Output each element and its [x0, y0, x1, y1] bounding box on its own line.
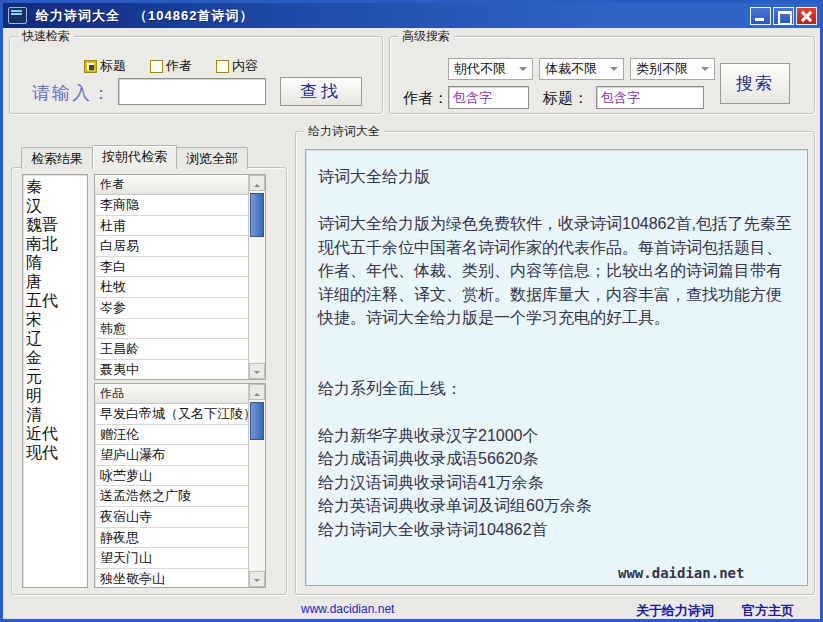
- titlebar[interactable]: 给力诗词大全 （104862首诗词）: [3, 3, 820, 28]
- author-item[interactable]: 白居易: [95, 236, 248, 257]
- filter-dropdown[interactable]: 朝代不限: [448, 58, 533, 80]
- quick-search-prompt: 请输入：: [32, 81, 112, 105]
- content-panel: 给力诗词大全 诗词大全给力版 诗词大全给力版为绿色免费软件，收录诗词104862…: [295, 131, 815, 595]
- title-field-label: 标题：: [543, 89, 588, 108]
- chevron-down-icon: [519, 67, 527, 75]
- author-item[interactable]: 韩愈: [95, 319, 248, 340]
- browse-tab[interactable]: 浏览全部: [176, 147, 248, 169]
- dynasty-item[interactable]: 明: [26, 386, 87, 405]
- dynasty-item[interactable]: 元: [26, 367, 87, 386]
- author-item[interactable]: 聂夷中: [95, 360, 248, 379]
- checkbox-icon: [150, 60, 163, 73]
- maximize-button[interactable]: [773, 7, 794, 25]
- quick-search-input[interactable]: [118, 78, 266, 105]
- filter-dropdown[interactable]: 体裁不限: [539, 58, 624, 80]
- author-item[interactable]: 杜甫: [95, 216, 248, 237]
- content-panel-title: 给力诗词大全: [304, 124, 384, 138]
- advanced-search-title: 高级搜索: [398, 29, 454, 43]
- browse-tab[interactable]: 按朝代检索: [92, 145, 177, 169]
- search-scope-option[interactable]: 作者: [150, 57, 192, 75]
- window-title: 给力诗词大全 （104862首诗词）: [36, 7, 253, 25]
- chevron-down-icon: [610, 67, 618, 75]
- scroll-thumb[interactable]: [250, 402, 264, 440]
- browse-tab[interactable]: 检索结果: [21, 147, 93, 169]
- title-field[interactable]: [596, 86, 704, 109]
- minimize-button[interactable]: [750, 7, 771, 25]
- dynasty-item[interactable]: 秦: [26, 177, 87, 196]
- search-scope-option[interactable]: 标题: [84, 57, 126, 75]
- chevron-down-icon: [701, 67, 709, 75]
- filter-dropdowns: 朝代不限 体裁不限 类别不限: [448, 58, 715, 80]
- search-scope-option[interactable]: 内容: [216, 57, 258, 75]
- footer-home-link[interactable]: 官方主页: [742, 602, 794, 620]
- author-item[interactable]: 李白: [95, 257, 248, 278]
- works-list: 作品 早发白帝城（又名下江陵）赠汪伦望庐山瀑布咏苎萝山送孟浩然之广陵夜宿山寺静夜…: [94, 383, 266, 588]
- authors-header: 作者: [95, 175, 248, 195]
- filter-dropdown[interactable]: 类别不限: [630, 58, 715, 80]
- works-header: 作品: [95, 384, 248, 404]
- app-window: 给力诗词大全 （104862首诗词） 快速检索 标题 作者 内容 请输入： 查找…: [0, 0, 823, 622]
- dynasty-item[interactable]: 汉: [26, 196, 87, 215]
- dynasty-item[interactable]: 宋: [26, 310, 87, 329]
- footer-about-link[interactable]: 关于给力诗词: [636, 602, 714, 620]
- app-book-icon: [8, 7, 27, 24]
- search-scope-options: 标题 作者 内容: [84, 57, 258, 75]
- author-item[interactable]: 李商隐: [95, 195, 248, 216]
- author-item[interactable]: 杜牧: [95, 277, 248, 298]
- description-textarea[interactable]: 诗词大全给力版 诗词大全给力版为绿色免费软件，收录诗词104862首,包括了先秦…: [305, 149, 808, 586]
- quick-search-title: 快速检索: [18, 29, 74, 43]
- checkbox-icon: [216, 60, 229, 73]
- advanced-search-groupbox: 高级搜索 朝代不限 体裁不限 类别不限 作者： 标题： 搜索: [389, 36, 815, 114]
- scroll-up-icon[interactable]: [249, 384, 265, 400]
- work-item[interactable]: 望庐山瀑布: [95, 445, 248, 466]
- work-item[interactable]: 夜宿山寺: [95, 507, 248, 528]
- find-button[interactable]: 查找: [280, 77, 362, 106]
- author-item[interactable]: 王昌龄: [95, 339, 248, 360]
- work-item[interactable]: 送孟浩然之广陵: [95, 486, 248, 507]
- work-item[interactable]: 咏苎萝山: [95, 466, 248, 487]
- author-field[interactable]: [448, 86, 529, 109]
- close-button[interactable]: [796, 7, 817, 25]
- browse-tabs: 检索结果按朝代检索浏览全部: [21, 146, 247, 170]
- dynasty-item[interactable]: 近代: [26, 424, 87, 443]
- works-scrollbar[interactable]: [248, 384, 265, 587]
- work-item[interactable]: 静夜思: [95, 528, 248, 549]
- dynasty-item[interactable]: 魏晋: [26, 215, 87, 234]
- browse-panel: 秦汉魏晋南北隋唐五代宋辽金元明清近代现代 作者 李商隐杜甫白居易李白杜牧岑参韩愈…: [11, 167, 287, 595]
- dynasty-item[interactable]: 唐: [26, 272, 87, 291]
- scroll-thumb[interactable]: [250, 193, 264, 237]
- dynasty-item[interactable]: 现代: [26, 443, 87, 462]
- scroll-up-icon[interactable]: [249, 175, 265, 191]
- author-field-label: 作者：: [403, 89, 448, 108]
- authors-scrollbar[interactable]: [248, 175, 265, 379]
- work-item[interactable]: 赠汪伦: [95, 425, 248, 446]
- search-button[interactable]: 搜索: [720, 63, 790, 104]
- dynasty-item[interactable]: 辽: [26, 329, 87, 348]
- dynasty-item[interactable]: 金: [26, 348, 87, 367]
- description-text: 诗词大全给力版 诗词大全给力版为绿色免费软件，收录诗词104862首,包括了先秦…: [318, 165, 795, 541]
- checkbox-icon: [84, 60, 97, 73]
- content-website: www.daidian.net: [618, 565, 795, 581]
- scroll-down-icon[interactable]: [249, 571, 265, 587]
- quick-search-groupbox: 快速检索 标题 作者 内容 请输入： 查找: [9, 36, 383, 114]
- authors-list: 作者 李商隐杜甫白居易李白杜牧岑参韩愈王昌龄聂夷中: [94, 174, 266, 380]
- work-item[interactable]: 独坐敬亭山: [95, 569, 248, 587]
- dynasty-listbox[interactable]: 秦汉魏晋南北隋唐五代宋辽金元明清近代现代: [22, 174, 88, 588]
- dynasty-item[interactable]: 清: [26, 405, 87, 424]
- author-item[interactable]: 岑参: [95, 298, 248, 319]
- scroll-down-icon[interactable]: [249, 363, 265, 379]
- dynasty-item[interactable]: 五代: [26, 291, 87, 310]
- dynasty-item[interactable]: 隋: [26, 253, 87, 272]
- work-item[interactable]: 早发白帝城（又名下江陵）: [95, 404, 248, 425]
- footer-site-link[interactable]: www.dacidian.net: [301, 602, 394, 616]
- work-item[interactable]: 望天门山: [95, 548, 248, 569]
- dynasty-item[interactable]: 南北: [26, 234, 87, 253]
